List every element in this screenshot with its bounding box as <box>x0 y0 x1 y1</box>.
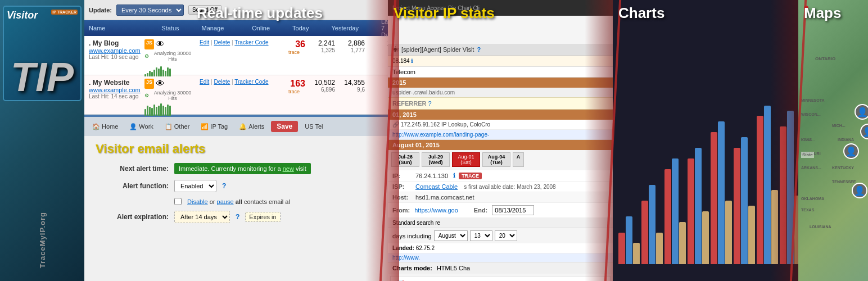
cal-cell-4[interactable]: A <box>513 152 524 167</box>
isp-row: ISP: Comcast Cable s first available dat… <box>388 182 613 192</box>
edit-link-1[interactable]: Edit <box>200 79 209 85</box>
mini-chart-0 <box>144 63 195 76</box>
tabs-row: 🏠 Home 👤 Work 📋 Other 📶 IP Tag 🔔 <box>84 116 399 136</box>
info-icon[interactable]: ℹ <box>411 58 413 64</box>
site-info-0: . My Blog www.example.com Last Hit: 10 s… <box>89 39 140 60</box>
referrer-ip-row: 🔗 172.245.91.162 IP Lookup, ColoCro <box>388 120 613 130</box>
pause-link[interactable]: pause <box>217 198 234 205</box>
isp-value[interactable]: Comcast Cable <box>415 183 458 190</box>
question-mark-icon[interactable]: ? <box>477 46 481 53</box>
chart-bar-blue <box>626 216 632 264</box>
update-label: Update: <box>89 7 112 13</box>
standard-search-row: Standard search re <box>388 218 613 228</box>
tab-work[interactable]: 👤 Work <box>125 121 157 132</box>
charts-section-title: Charts <box>618 4 664 22</box>
end-date-input[interactable] <box>492 205 534 215</box>
mini-bar-element <box>160 66 162 76</box>
landed-url-row[interactable]: http://www. <box>388 253 613 262</box>
delete-link-1[interactable]: Delete <box>214 79 230 85</box>
add-note-section: 📝 Add Note <box>390 276 611 281</box>
table-row: . My Website www.example.com Last Hit: 1… <box>84 75 399 115</box>
from-label: From: <box>392 207 410 214</box>
maps-section-title: Maps <box>804 4 841 22</box>
eye-icon-1[interactable]: 👁 <box>156 79 165 89</box>
expiry-select[interactable]: After 14 days <box>174 211 230 223</box>
col-online: Online <box>252 25 270 31</box>
tab-iptag[interactable]: 📶 IP Tag <box>196 121 232 132</box>
cal-cell-0[interactable]: Jul-26(Sun) <box>391 152 419 167</box>
edit-link-0[interactable]: Edit <box>200 39 209 46</box>
cal-cell-2-selected[interactable]: Aug-01(Sat) <box>452 152 480 167</box>
map-avatar-3[interactable]: 👤 <box>860 124 868 139</box>
ip-info-icon[interactable]: ℹ <box>453 172 455 179</box>
next-alert-value: Immediate. Currently monitoring for a ne… <box>174 163 311 174</box>
ip-detail-row: 08.184 ℹ <box>388 56 613 67</box>
mini-bar-element <box>160 103 162 116</box>
isp-label: ISP: <box>392 183 412 190</box>
mini-bar-element <box>169 106 171 116</box>
disable-link[interactable]: Disable <box>187 198 208 205</box>
cal-cell-3[interactable]: Aug-04(Tue) <box>482 152 510 167</box>
js-badge-0: JS <box>144 39 154 49</box>
mini-bar-element <box>144 109 146 116</box>
tab-home[interactable]: 🏠 Home <box>88 121 123 132</box>
chart-bar-red <box>688 158 694 264</box>
site-lasthit-0: Last Hit: 10 sec ago <box>89 54 140 60</box>
question-ref-icon[interactable]: ? <box>428 100 432 107</box>
save-tab[interactable]: Save <box>271 121 298 132</box>
date-box-1: 2015 <box>388 78 613 88</box>
site-name-1: . My Website <box>89 79 140 87</box>
disable-checkbox[interactable] <box>174 198 182 205</box>
site-url-0[interactable]: www.example.com <box>89 47 140 54</box>
bar-group <box>664 158 686 264</box>
map-avatar-5[interactable]: 👤 <box>843 143 859 159</box>
chart-bar-tan <box>656 233 663 264</box>
logo-box: Visitor IP TRACKER TIP <box>3 6 82 101</box>
panel-realtime: Real-time updates Update: Every 30 Secon… <box>84 0 399 281</box>
next-alert-label: Next alert time: <box>96 165 169 173</box>
map-avatar-0[interactable]: 👤 <box>855 104 868 120</box>
tracker-link-0[interactable]: Tracker Code <box>234 39 268 46</box>
map-avatar-10[interactable]: 👤 <box>852 183 867 198</box>
chart-bar-red <box>734 148 740 264</box>
col-status: Status <box>161 25 179 31</box>
count-trace-1: trace <box>283 89 305 94</box>
mini-bar-element <box>158 106 160 116</box>
eye-icon-0[interactable]: 👁 <box>156 39 165 49</box>
landed-label: Landed: <box>392 245 414 251</box>
spider-header: 🕷 [spider][Agent] Spider Visit ? <box>388 44 613 56</box>
site-url-1[interactable]: www.example.com <box>89 87 140 93</box>
work-icon: 👤 <box>129 123 137 130</box>
chart-bar-tan <box>633 243 640 264</box>
function-select[interactable]: Enabled <box>174 180 216 192</box>
end-label: End: <box>474 207 487 214</box>
status-box-1: JS 👁 ⚙ Analyzing 30000 Hits <box>144 79 195 116</box>
chart-bar-tan <box>725 201 732 264</box>
map-label-kentucky: KENTUCKY <box>832 166 854 170</box>
update-select[interactable]: Every 30 Seconds <box>116 4 184 16</box>
day-select[interactable]: 13 <box>470 230 492 241</box>
home-icon: 🏠 <box>92 123 100 130</box>
today-col-0: 2,241 1,325 <box>310 39 335 53</box>
from-url[interactable]: https://www.goo <box>414 207 458 214</box>
trace-button[interactable]: TRACE <box>459 173 482 179</box>
col-name: Name <box>89 25 105 31</box>
year-select[interactable]: 20 <box>495 230 517 241</box>
bar-chart <box>616 51 795 264</box>
mini-bar-element <box>153 105 155 116</box>
mini-bar-element <box>149 107 151 116</box>
tracker-link-1[interactable]: Tracker Code <box>234 79 268 85</box>
tab-ustel[interactable]: US Tel <box>300 121 327 132</box>
chart-bar-blue <box>649 185 655 264</box>
bar-group <box>757 106 778 264</box>
delete-link-0[interactable]: Delete <box>214 39 230 46</box>
month-select[interactable]: August <box>434 230 468 241</box>
charts-content: Charts <box>613 0 798 281</box>
referrer-url-row[interactable]: http://www.example.com/landing-page- <box>388 130 613 140</box>
ip-label: IP: <box>392 173 412 179</box>
new-link[interactable]: new <box>283 165 294 172</box>
cal-cell-1[interactable]: Jul-29(Wed) <box>422 152 450 167</box>
tab-other[interactable]: 📋 Other <box>160 121 195 132</box>
tab-alerts[interactable]: 🔔 Alerts <box>234 121 269 132</box>
map-label-louisiana: LOUISIANA <box>810 225 831 229</box>
